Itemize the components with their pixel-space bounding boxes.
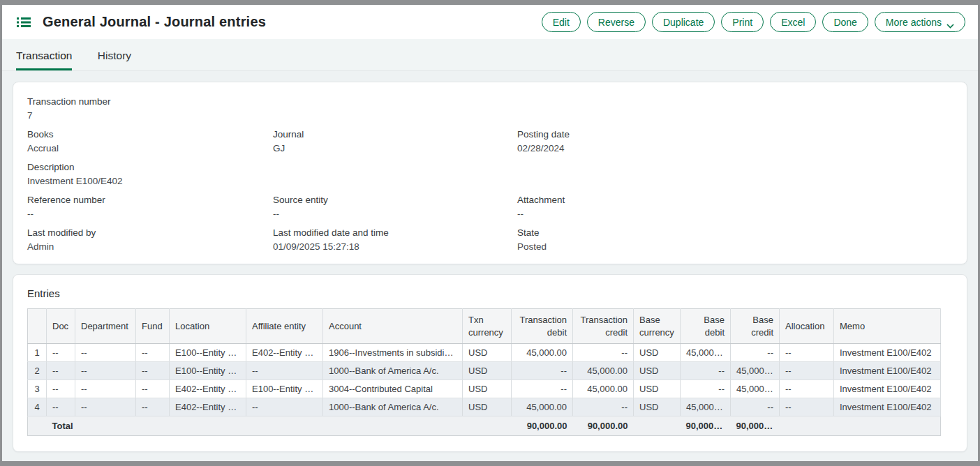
- row-number-cell: 4: [28, 398, 47, 416]
- entry-cell: --: [75, 380, 136, 398]
- column-header: Fund: [136, 309, 170, 344]
- field-value: --: [517, 209, 953, 219]
- row-number-cell: 3: [28, 380, 47, 398]
- entry-cell: --: [75, 362, 136, 380]
- entry-cell: --: [512, 380, 573, 398]
- field-value: 7: [27, 110, 953, 121]
- total-spacer: [28, 416, 47, 436]
- entry-cell: USD: [463, 344, 512, 362]
- entries-table-foot: Total90,000.0090,000.0090,000.0090,000.0…: [28, 416, 941, 436]
- more-actions-label: More actions: [886, 17, 942, 28]
- total-row: Total90,000.0090,000.0090,000.0090,000.0…: [28, 416, 941, 436]
- tab-transaction[interactable]: Transaction: [16, 50, 72, 70]
- entry-cell: E100--Entity 100: [246, 380, 323, 398]
- total-label: Total: [47, 416, 512, 436]
- entry-cell: --: [573, 398, 634, 416]
- entry-cell: USD: [463, 362, 512, 380]
- entry-cell: --: [780, 380, 834, 398]
- entries-header-row: DocDepartmentFundLocationAffiliate entit…: [28, 309, 941, 344]
- tab-history[interactable]: History: [98, 50, 131, 70]
- entry-cell: 45,000.00: [731, 380, 780, 398]
- entry-cell: --: [780, 398, 834, 416]
- entry-cell: E100--Entity 100: [170, 344, 246, 362]
- entry-cell: --: [573, 344, 634, 362]
- entry-cell: --: [47, 362, 75, 380]
- entry-cell: Investment E100/E402: [834, 344, 941, 362]
- entry-cell: 45,000.00: [681, 398, 731, 416]
- entry-row: 3------E402--Entity 402E100--Entity 1003…: [28, 380, 941, 398]
- entry-cell: E402--Entity 402: [170, 380, 246, 398]
- entry-cell: --: [780, 362, 834, 380]
- entries-table-head: DocDepartmentFundLocationAffiliate entit…: [28, 309, 941, 344]
- journal-list-icon: [16, 15, 31, 29]
- field-value: Investment E100/E402: [27, 176, 953, 186]
- field-attachment: Attachment --: [517, 195, 953, 220]
- column-header: Base currency: [634, 309, 681, 344]
- entry-cell: --: [780, 344, 834, 362]
- row-number-cell: 2: [28, 362, 47, 380]
- transaction-details-panel: Transaction number 7 Books Accrual Journ…: [13, 82, 967, 264]
- entry-cell: --: [75, 344, 136, 362]
- entry-cell: Investment E100/E402: [834, 398, 941, 416]
- column-header: Base debit: [681, 309, 731, 344]
- entry-cell: 45,000.00: [681, 344, 731, 362]
- entries-title: Entries: [27, 287, 953, 299]
- field-books: Books Accrual: [27, 129, 273, 154]
- entries-panel: Entries DocDepartmentFundLocationAffilia…: [13, 274, 967, 452]
- field-value: Admin: [27, 241, 273, 252]
- field-posting-date: Posting date 02/28/2024: [517, 129, 953, 154]
- print-button[interactable]: Print: [721, 12, 764, 32]
- duplicate-button[interactable]: Duplicate: [652, 12, 715, 32]
- entry-cell: 1000--Bank of America A/c.: [323, 362, 463, 380]
- field-value: GJ: [273, 143, 517, 153]
- column-header: Allocation: [780, 309, 834, 344]
- entry-cell: 1000--Bank of America A/c.: [323, 398, 463, 416]
- column-header: Transaction credit: [573, 309, 634, 344]
- entry-cell: --: [731, 344, 780, 362]
- field-transaction-number: Transaction number 7: [27, 96, 953, 121]
- column-header: Base credit: [731, 309, 780, 344]
- entry-cell: --: [246, 398, 323, 416]
- field-last-modified-by: Last modified by Admin: [27, 227, 273, 253]
- column-header: Memo: [834, 309, 941, 344]
- field-reference-number: Reference number --: [27, 195, 273, 220]
- field-value: --: [27, 209, 273, 219]
- main-content: Transaction number 7 Books Accrual Journ…: [2, 71, 978, 461]
- column-header: Txn currency: [463, 309, 512, 344]
- entry-cell: --: [731, 398, 780, 416]
- column-header: Transaction debit: [512, 309, 573, 344]
- column-header: Affiliate entity: [246, 309, 323, 344]
- entry-cell: 45,000.00: [573, 380, 634, 398]
- total-spacer: [780, 416, 941, 436]
- entry-cell: E402--Entity 402: [246, 344, 323, 362]
- field-value: 02/28/2024: [517, 143, 953, 153]
- field-label: Posting date: [517, 129, 953, 140]
- entry-cell: --: [681, 362, 731, 380]
- field-value: Posted: [517, 241, 953, 252]
- tab-bar: Transaction History: [2, 39, 978, 71]
- total-transaction-credit: 90,000.00: [573, 416, 634, 436]
- field-label: Books: [27, 129, 273, 140]
- entry-cell: --: [47, 344, 75, 362]
- excel-button[interactable]: Excel: [770, 12, 816, 32]
- entry-cell: USD: [463, 380, 512, 398]
- more-actions-button[interactable]: More actions: [875, 12, 965, 32]
- field-source-entity: Source entity --: [273, 195, 517, 220]
- edit-button[interactable]: Edit: [542, 12, 581, 32]
- reverse-button[interactable]: Reverse: [587, 12, 646, 32]
- entry-cell: --: [136, 344, 170, 362]
- field-label: Attachment: [517, 195, 953, 205]
- entry-row: 1------E100--Entity 100E402--Entity 4021…: [28, 344, 941, 362]
- entry-cell: USD: [634, 362, 681, 380]
- entry-cell: 45,000.00: [573, 362, 634, 380]
- field-label: Journal: [273, 129, 517, 140]
- total-transaction-debit: 90,000.00: [512, 416, 573, 436]
- field-last-modified-datetime: Last modified date and time 01/09/2025 1…: [273, 227, 517, 253]
- entry-cell: 3004--Contributed Capital: [323, 380, 463, 398]
- entry-cell: --: [136, 398, 170, 416]
- total-base-credit: 90,000.00: [731, 416, 780, 436]
- entry-cell: 1906--Investments in subsidiary: [323, 344, 463, 362]
- field-value: --: [273, 209, 517, 219]
- entry-cell: E402--Entity 402: [170, 398, 246, 416]
- done-button[interactable]: Done: [822, 12, 868, 32]
